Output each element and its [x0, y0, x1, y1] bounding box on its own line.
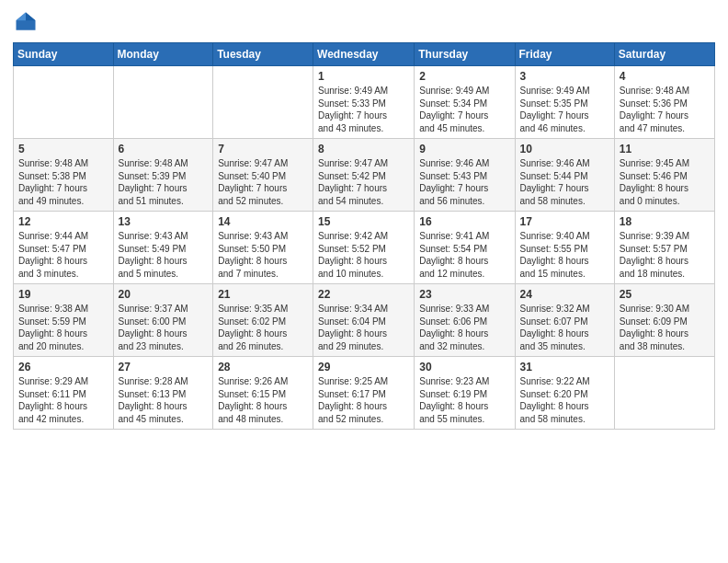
- day-number: 12: [18, 215, 108, 228]
- day-info: Sunrise: 9:45 AM Sunset: 5:46 PM Dayligh…: [620, 157, 710, 207]
- day-info: Sunrise: 9:46 AM Sunset: 5:44 PM Dayligh…: [520, 157, 609, 207]
- day-info: Sunrise: 9:48 AM Sunset: 5:39 PM Dayligh…: [119, 157, 209, 207]
- day-info: Sunrise: 9:48 AM Sunset: 5:36 PM Dayligh…: [620, 85, 710, 134]
- day-cell: 24Sunrise: 9:32 AM Sunset: 6:07 PM Dayli…: [515, 284, 614, 357]
- weekday-header-monday: Monday: [113, 43, 213, 66]
- day-number: 18: [620, 215, 710, 228]
- day-info: Sunrise: 9:28 AM Sunset: 6:13 PM Dayligh…: [119, 375, 209, 425]
- day-cell: 27Sunrise: 9:28 AM Sunset: 6:13 PM Dayli…: [113, 357, 213, 430]
- day-number: 10: [520, 143, 609, 155]
- week-row-1: 1Sunrise: 9:49 AM Sunset: 5:33 PM Daylig…: [14, 66, 715, 139]
- day-cell: 4Sunrise: 9:48 AM Sunset: 5:36 PM Daylig…: [614, 66, 714, 139]
- day-cell: 30Sunrise: 9:23 AM Sunset: 6:19 PM Dayli…: [415, 357, 515, 430]
- day-number: 27: [119, 361, 209, 373]
- day-number: 24: [520, 288, 609, 301]
- day-info: Sunrise: 9:41 AM Sunset: 5:54 PM Dayligh…: [419, 230, 509, 280]
- day-info: Sunrise: 9:43 AM Sunset: 5:50 PM Dayligh…: [218, 230, 308, 280]
- day-info: Sunrise: 9:22 AM Sunset: 6:20 PM Dayligh…: [520, 375, 609, 425]
- day-number: 2: [419, 70, 509, 83]
- day-number: 4: [620, 70, 710, 83]
- day-cell: 26Sunrise: 9:29 AM Sunset: 6:11 PM Dayli…: [14, 357, 114, 430]
- day-number: 19: [18, 288, 108, 301]
- calendar: SundayMondayTuesdayWednesdayThursdayFrid…: [13, 42, 715, 430]
- day-number: 3: [520, 70, 609, 83]
- day-number: 9: [419, 143, 509, 155]
- day-number: 14: [218, 215, 308, 228]
- day-info: Sunrise: 9:23 AM Sunset: 6:19 PM Dayligh…: [419, 375, 509, 425]
- day-cell: 23Sunrise: 9:33 AM Sunset: 6:06 PM Dayli…: [415, 284, 515, 357]
- day-info: Sunrise: 9:49 AM Sunset: 5:34 PM Dayligh…: [419, 85, 509, 134]
- day-number: 22: [318, 288, 409, 301]
- day-info: Sunrise: 9:26 AM Sunset: 6:15 PM Dayligh…: [218, 375, 308, 425]
- logo-icon: [13, 9, 39, 35]
- weekday-row: SundayMondayTuesdayWednesdayThursdayFrid…: [14, 43, 715, 66]
- day-info: Sunrise: 9:33 AM Sunset: 6:06 PM Dayligh…: [419, 303, 509, 352]
- weekday-header-sunday: Sunday: [14, 43, 114, 66]
- day-info: Sunrise: 9:48 AM Sunset: 5:38 PM Dayligh…: [18, 157, 108, 207]
- day-info: Sunrise: 9:25 AM Sunset: 6:17 PM Dayligh…: [318, 375, 409, 425]
- day-cell: 16Sunrise: 9:41 AM Sunset: 5:54 PM Dayli…: [415, 212, 515, 284]
- calendar-body: 1Sunrise: 9:49 AM Sunset: 5:33 PM Daylig…: [14, 66, 715, 430]
- day-cell: 7Sunrise: 9:47 AM Sunset: 5:40 PM Daylig…: [213, 139, 313, 212]
- day-number: 7: [218, 143, 308, 155]
- day-info: Sunrise: 9:47 AM Sunset: 5:42 PM Dayligh…: [318, 157, 409, 207]
- day-cell: [614, 357, 714, 430]
- day-info: Sunrise: 9:40 AM Sunset: 5:55 PM Dayligh…: [520, 230, 609, 280]
- calendar-header: SundayMondayTuesdayWednesdayThursdayFrid…: [14, 43, 715, 66]
- weekday-header-thursday: Thursday: [415, 43, 515, 66]
- day-cell: 10Sunrise: 9:46 AM Sunset: 5:44 PM Dayli…: [515, 139, 614, 212]
- day-cell: 22Sunrise: 9:34 AM Sunset: 6:04 PM Dayli…: [313, 284, 415, 357]
- day-cell: 20Sunrise: 9:37 AM Sunset: 6:00 PM Dayli…: [113, 284, 213, 357]
- day-number: 1: [318, 70, 409, 83]
- day-cell: 11Sunrise: 9:45 AM Sunset: 5:46 PM Dayli…: [614, 139, 714, 212]
- day-cell: 8Sunrise: 9:47 AM Sunset: 5:42 PM Daylig…: [313, 139, 415, 212]
- day-cell: 29Sunrise: 9:25 AM Sunset: 6:17 PM Dayli…: [313, 357, 415, 430]
- day-number: 31: [520, 361, 609, 373]
- day-cell: 1Sunrise: 9:49 AM Sunset: 5:33 PM Daylig…: [313, 66, 415, 139]
- day-info: Sunrise: 9:29 AM Sunset: 6:11 PM Dayligh…: [18, 375, 108, 425]
- svg-marker-2: [17, 13, 27, 21]
- day-info: Sunrise: 9:43 AM Sunset: 5:49 PM Dayligh…: [119, 230, 209, 280]
- weekday-header-wednesday: Wednesday: [313, 43, 415, 66]
- day-info: Sunrise: 9:49 AM Sunset: 5:33 PM Dayligh…: [318, 85, 409, 134]
- day-cell: 28Sunrise: 9:26 AM Sunset: 6:15 PM Dayli…: [213, 357, 313, 430]
- header: [13, 9, 715, 35]
- day-cell: 14Sunrise: 9:43 AM Sunset: 5:50 PM Dayli…: [213, 212, 313, 284]
- day-number: 28: [218, 361, 308, 373]
- day-info: Sunrise: 9:42 AM Sunset: 5:52 PM Dayligh…: [318, 230, 409, 280]
- page: SundayMondayTuesdayWednesdayThursdayFrid…: [0, 0, 728, 563]
- weekday-header-tuesday: Tuesday: [213, 43, 313, 66]
- day-number: 15: [318, 215, 409, 228]
- day-number: 26: [18, 361, 108, 373]
- day-cell: 21Sunrise: 9:35 AM Sunset: 6:02 PM Dayli…: [213, 284, 313, 357]
- day-number: 30: [419, 361, 509, 373]
- day-info: Sunrise: 9:38 AM Sunset: 5:59 PM Dayligh…: [18, 303, 108, 352]
- week-row-3: 12Sunrise: 9:44 AM Sunset: 5:47 PM Dayli…: [14, 212, 715, 284]
- week-row-4: 19Sunrise: 9:38 AM Sunset: 5:59 PM Dayli…: [14, 284, 715, 357]
- day-number: 23: [419, 288, 509, 301]
- day-cell: [213, 66, 313, 139]
- day-info: Sunrise: 9:30 AM Sunset: 6:09 PM Dayligh…: [620, 303, 710, 352]
- day-cell: 25Sunrise: 9:30 AM Sunset: 6:09 PM Dayli…: [614, 284, 714, 357]
- day-number: 5: [18, 143, 108, 155]
- day-cell: 3Sunrise: 9:49 AM Sunset: 5:35 PM Daylig…: [515, 66, 614, 139]
- day-info: Sunrise: 9:39 AM Sunset: 5:57 PM Dayligh…: [620, 230, 710, 280]
- day-number: 21: [218, 288, 308, 301]
- day-info: Sunrise: 9:35 AM Sunset: 6:02 PM Dayligh…: [218, 303, 308, 352]
- day-number: 20: [119, 288, 209, 301]
- day-info: Sunrise: 9:34 AM Sunset: 6:04 PM Dayligh…: [318, 303, 409, 352]
- day-cell: 19Sunrise: 9:38 AM Sunset: 5:59 PM Dayli…: [14, 284, 114, 357]
- day-cell: [14, 66, 114, 139]
- day-number: 13: [119, 215, 209, 228]
- day-cell: 17Sunrise: 9:40 AM Sunset: 5:55 PM Dayli…: [515, 212, 614, 284]
- day-info: Sunrise: 9:47 AM Sunset: 5:40 PM Dayligh…: [218, 157, 308, 207]
- weekday-header-saturday: Saturday: [614, 43, 714, 66]
- day-number: 29: [318, 361, 409, 373]
- day-cell: [113, 66, 213, 139]
- day-number: 25: [620, 288, 710, 301]
- week-row-5: 26Sunrise: 9:29 AM Sunset: 6:11 PM Dayli…: [14, 357, 715, 430]
- day-cell: 12Sunrise: 9:44 AM Sunset: 5:47 PM Dayli…: [14, 212, 114, 284]
- day-info: Sunrise: 9:46 AM Sunset: 5:43 PM Dayligh…: [419, 157, 509, 207]
- day-number: 11: [620, 143, 710, 155]
- day-number: 16: [419, 215, 509, 228]
